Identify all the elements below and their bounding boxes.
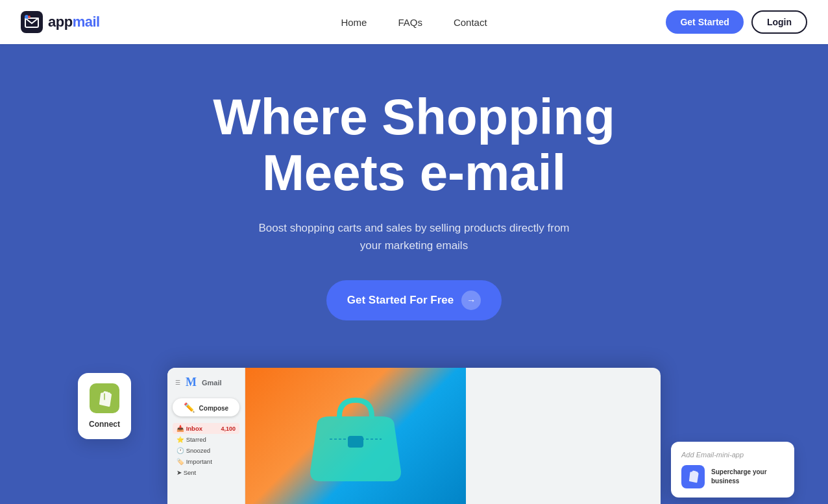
shopify-connect-label: Connect [89,420,120,429]
hero-subtitle: Boost shopping carts and sales by sellin… [252,219,576,254]
gmail-starred[interactable]: ⭐ Starred [173,434,239,445]
header: appmail Home FAQs Contact Get Started Lo… [0,0,828,44]
svg-rect-4 [348,436,363,448]
add-email-app-card: Add Email-mini-app Supercharge your busi… [671,442,794,498]
add-app-shopify-icon [681,465,705,488]
svg-point-3 [28,16,30,18]
gmail-important[interactable]: 🏷️ Important [173,456,239,467]
arrow-right-icon: → [461,291,481,310]
gmail-inbox[interactable]: 📥 Inbox 4,100 [173,423,239,434]
nav-contact[interactable]: Contact [454,17,487,28]
gmail-sidebar: ☰ M Gmail ✏️ Compose 📥 Inbox 4,100 ⭐ Sta… [167,368,245,504]
hero-title: Where Shopping Meets e-mail [213,90,615,201]
gmail-main-area [245,368,661,504]
gmail-sent[interactable]: ➤ Sent [173,467,239,478]
logo: appmail [21,11,100,33]
gmail-header: ☰ M Gmail [173,376,239,389]
header-get-started-button[interactable]: Get Started [666,10,743,34]
email-product-image [245,368,466,504]
nav-faqs[interactable]: FAQs [398,17,422,28]
add-app-card-title: Add Email-mini-app [681,451,784,459]
nav-home[interactable]: Home [341,17,367,28]
hero-cta-button[interactable]: Get Started For Free → [326,280,502,320]
svg-rect-0 [21,11,43,33]
gmail-compose-button[interactable]: ✏️ Compose [173,398,239,416]
header-login-button[interactable]: Login [751,10,807,34]
handbag-svg [291,381,420,491]
hero-section: Where Shopping Meets e-mail Boost shoppi… [0,44,828,504]
logo-text: appmail [48,14,100,30]
main-nav: Home FAQs Contact [341,17,487,28]
gmail-mockup: ☰ M Gmail ✏️ Compose 📥 Inbox 4,100 ⭐ Sta… [167,368,661,504]
shopify-bag-icon [90,383,119,413]
add-app-card-row: Supercharge your business [681,465,784,488]
gmail-snoozed[interactable]: 🕐 Snoozed [173,445,239,456]
nav-actions: Get Started Login [666,10,807,34]
appmail-logo-icon [21,11,43,33]
shopify-connect-card: Connect [78,373,131,439]
add-app-description: Supercharge your business [711,468,784,486]
